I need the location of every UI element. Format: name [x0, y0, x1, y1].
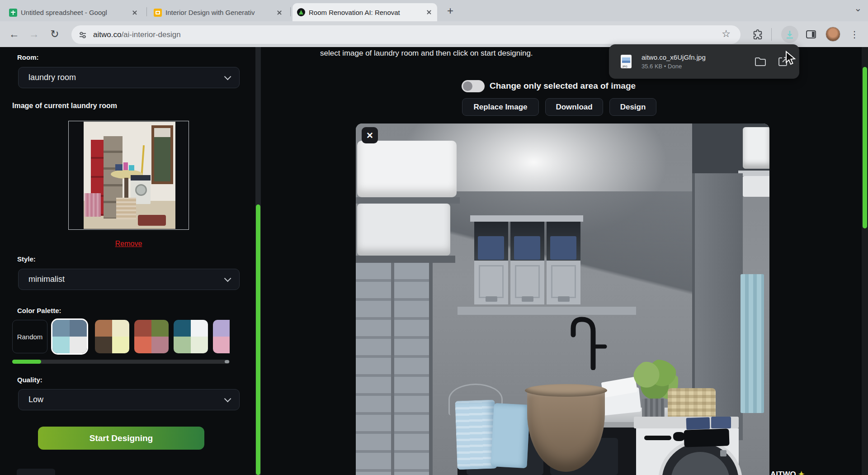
instruction-text: select image of laundry room and then cl…	[320, 49, 533, 58]
tab-title: Untitled spreadsheet - Googl	[21, 9, 127, 16]
palette-option[interactable]	[52, 320, 87, 353]
slides-icon	[154, 9, 162, 17]
design-button[interactable]: Design	[609, 98, 656, 116]
tab-interior-design[interactable]: Interior Design with Generativ	[149, 4, 288, 21]
tab-strip: Untitled spreadsheet - Googl Interior De…	[0, 0, 868, 21]
bookmark-star-icon[interactable]: ☆	[722, 28, 731, 40]
start-designing-button[interactable]: Start Designing	[38, 427, 204, 450]
tab-search-chevron-icon[interactable]: ⌄	[852, 2, 864, 14]
room-select-value: laundry room	[28, 73, 76, 82]
extensions-icon[interactable]	[752, 29, 763, 40]
tab-divider	[290, 7, 291, 16]
palette-row: Random	[11, 318, 230, 355]
page-scrollbar	[862, 47, 868, 475]
replace-image-button[interactable]: Replace Image	[462, 98, 539, 116]
laundry-room-thumbnail	[68, 121, 189, 230]
reload-button[interactable]: ↻	[47, 26, 62, 42]
random-palette-button[interactable]: Random	[12, 320, 47, 353]
sidebar-scrollbar	[255, 47, 261, 475]
file-jpg-icon	[621, 55, 632, 68]
faucet-graphic	[561, 307, 611, 370]
toggle-label: Change only selected area of image	[490, 81, 636, 91]
style-select-value: minimalist	[28, 275, 65, 284]
mouse-cursor	[785, 51, 797, 65]
download-button[interactable]: Download	[545, 98, 603, 116]
url-text: aitwo.co/ai-interior-design	[93, 30, 181, 39]
sidebar-scrollbar-thumb[interactable]	[256, 204, 260, 475]
page-content: Room: laundry room Image of current laun…	[0, 47, 868, 475]
address-bar[interactable]: aitwo.co/ai-interior-design ☆	[71, 25, 741, 44]
download-progress-icon[interactable]	[781, 26, 798, 43]
download-bubble: aitwo.co_x6UjGfn.jpg 35.6 KB • Done	[609, 44, 799, 79]
page-scrollbar-thumb[interactable]	[863, 67, 867, 228]
renovated-room-image	[356, 124, 769, 475]
room-label: Room:	[17, 53, 39, 61]
chevron-down-icon	[224, 73, 231, 81]
style-label: Style:	[17, 255, 36, 263]
forward-button[interactable]: →	[26, 26, 42, 42]
current-image-label: Image of current laundry room	[12, 102, 117, 110]
close-icon[interactable]	[276, 9, 283, 16]
quality-select-value: Low	[28, 395, 43, 404]
palette-scrollbar	[12, 360, 230, 364]
selected-area-toggle[interactable]	[462, 80, 485, 92]
quality-label: Quality:	[17, 376, 42, 384]
download-filename: aitwo.co_x6UjGfn.jpg	[642, 53, 754, 61]
download-status: 35.6 KB • Done	[642, 63, 754, 70]
room-select[interactable]: laundry room	[18, 67, 240, 88]
side-panel-icon[interactable]	[806, 29, 816, 40]
palette-option[interactable]	[134, 320, 169, 353]
tab-spreadsheet[interactable]: Untitled spreadsheet - Googl	[5, 4, 143, 21]
remove-link[interactable]: Remove	[68, 240, 189, 248]
back-button[interactable]: ←	[6, 26, 22, 42]
site-settings-icon[interactable]	[78, 30, 88, 40]
aitwo-logo-icon	[297, 8, 305, 16]
browser-window: Untitled spreadsheet - Googl Interior De…	[0, 0, 868, 475]
site-watermark: AITWO ✦	[770, 470, 805, 475]
sheets-icon	[9, 9, 17, 17]
tab-room-renovation-active[interactable]: Room Renovation AI: Renovat	[292, 3, 437, 21]
toggle-knob	[463, 81, 472, 91]
sparkle-icon: ✦	[798, 470, 804, 475]
profile-avatar[interactable]	[826, 27, 840, 42]
tab-divider	[146, 7, 147, 16]
chevron-down-icon	[224, 395, 231, 403]
palette-option[interactable]	[213, 320, 230, 353]
new-tab-button[interactable]: +	[443, 4, 458, 18]
laundry-room-photo	[84, 122, 175, 229]
chevron-down-icon	[224, 275, 231, 282]
show-in-folder-icon[interactable]	[754, 55, 767, 68]
tab-title: Interior Design with Generativ	[165, 9, 272, 16]
style-select[interactable]: minimalist	[18, 269, 240, 290]
partial-list-item	[17, 469, 55, 475]
palette-scrollbar-thumb[interactable]	[12, 360, 41, 364]
palette-option[interactable]	[174, 320, 208, 353]
tab-title: Room Renovation AI: Renovat	[309, 9, 422, 16]
toolbar-separator	[771, 28, 772, 41]
close-icon[interactable]	[131, 9, 138, 16]
browser-menu-icon[interactable]: ⋮	[849, 26, 860, 43]
quality-select[interactable]: Low	[18, 389, 240, 410]
palette-scrollbar-cap	[225, 360, 229, 363]
palette-option[interactable]	[95, 320, 129, 353]
close-icon[interactable]	[425, 9, 433, 16]
close-image-button[interactable]: ✕	[362, 127, 378, 143]
color-palette-label: Color Palette:	[17, 307, 61, 314]
